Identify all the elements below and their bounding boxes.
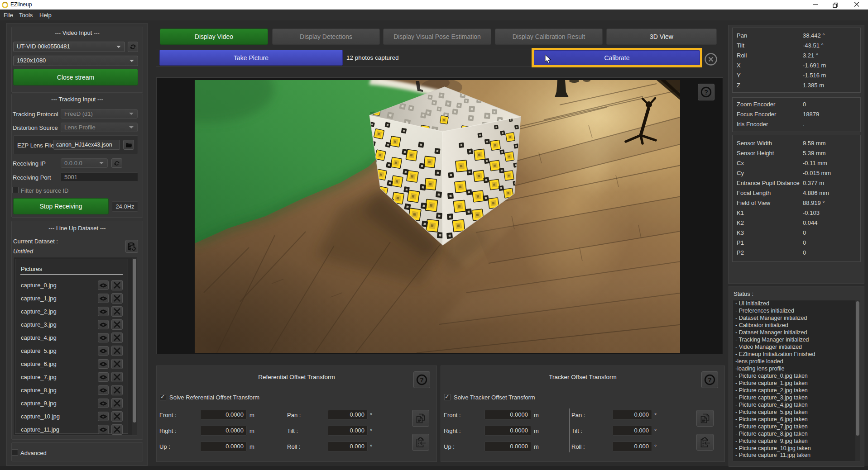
svg-text:?: ? [420, 376, 424, 384]
svg-text:?: ? [704, 89, 708, 96]
svg-text:?: ? [708, 376, 712, 384]
